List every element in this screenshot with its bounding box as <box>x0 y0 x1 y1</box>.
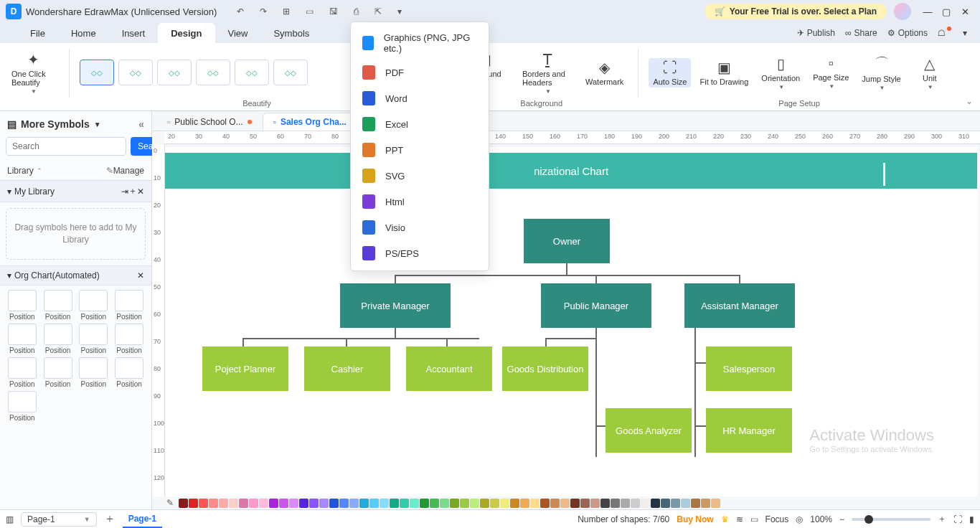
undo-icon[interactable]: ↶ <box>237 6 244 16</box>
shape-thumb[interactable]: Position <box>42 324 75 354</box>
color-swatch[interactable] <box>490 499 499 508</box>
color-swatch[interactable] <box>641 499 650 508</box>
theme-style-4[interactable]: ◇◇ <box>196 60 230 85</box>
export-pseps[interactable]: PS/EPS <box>351 240 489 266</box>
node-assistant-manager[interactable]: Assistant Manager <box>684 283 795 328</box>
edit-icon[interactable]: ✎ <box>106 166 113 176</box>
export-pdf[interactable]: PDF <box>351 60 489 85</box>
export-graphics[interactable]: Graphics (PNG, JPG etc.) <box>351 27 489 60</box>
export-svg[interactable]: SVG <box>351 163 489 189</box>
close-icon[interactable]: ✕ <box>137 187 144 197</box>
focus-button[interactable]: Focus <box>765 514 789 524</box>
color-swatch[interactable] <box>430 499 439 508</box>
auto-size-button[interactable]: ⛶Auto Size <box>649 58 691 88</box>
menu-design[interactable]: Design <box>158 23 215 43</box>
options-button[interactable]: ⚙Options <box>887 28 928 38</box>
theme-style-5[interactable]: ◇◇ <box>235 60 269 85</box>
library-label[interactable]: Library <box>7 166 34 176</box>
my-library-section[interactable]: ▾ My Library ⇥ ＋ ✕ <box>0 180 151 202</box>
shape-thumb[interactable]: Position <box>113 290 146 321</box>
color-swatch[interactable] <box>359 499 369 508</box>
zoom-out-button[interactable]: − <box>839 514 844 524</box>
color-swatch[interactable] <box>189 499 198 508</box>
page-tab-1[interactable]: Page-1 <box>123 510 162 528</box>
color-swatch[interactable] <box>500 499 509 508</box>
watermark-button[interactable]: ◈Watermark <box>581 57 628 88</box>
doc-tab-1[interactable]: ▫ Public School O... <box>156 113 263 131</box>
fullscreen-icon[interactable]: ⛶ <box>953 514 962 524</box>
shape-thumb[interactable]: Position <box>6 391 39 422</box>
canvas[interactable]: nizational Chart Owner Private Manager P… <box>165 147 977 496</box>
theme-style-6[interactable]: ◇◇ <box>273 60 308 85</box>
color-swatch[interactable] <box>570 499 580 508</box>
color-swatch[interactable] <box>289 499 298 508</box>
color-swatch[interactable] <box>661 499 670 508</box>
manage-label[interactable]: Manage <box>113 166 144 176</box>
shape-thumb[interactable]: Position <box>6 324 39 354</box>
shape-thumb[interactable]: Position <box>42 357 75 388</box>
shape-thumb[interactable]: Position <box>77 324 110 354</box>
menu-file[interactable]: File <box>17 23 58 43</box>
shape-thumb[interactable]: Position <box>6 357 39 388</box>
qat-more-icon[interactable]: ▾ <box>397 6 402 16</box>
color-swatch[interactable] <box>691 499 700 508</box>
eyedropper-icon[interactable]: ✎ <box>166 498 174 508</box>
unit-button[interactable]: △Unit▼ <box>910 54 950 92</box>
color-swatch[interactable] <box>319 499 329 508</box>
shape-thumb[interactable]: Position <box>113 324 146 354</box>
theme-style-3[interactable]: ◇◇ <box>157 60 192 85</box>
new-icon[interactable]: ⊞ <box>283 6 290 16</box>
color-swatch[interactable] <box>369 499 379 508</box>
export-icon[interactable]: ⇱ <box>374 6 382 16</box>
zoom-in-button[interactable]: ＋ <box>938 513 946 525</box>
color-swatch[interactable] <box>179 499 188 508</box>
color-swatch[interactable] <box>520 499 529 508</box>
shape-thumb[interactable]: Position <box>42 290 75 321</box>
layers-icon[interactable]: ≋ <box>736 514 743 524</box>
shape-thumb[interactable]: Position <box>77 357 110 388</box>
color-swatch[interactable] <box>711 499 720 508</box>
print-icon[interactable]: ⎙ <box>354 6 359 16</box>
node-goods-analyzer[interactable]: Goods Analyzer <box>606 408 692 453</box>
avatar[interactable] <box>894 3 911 20</box>
color-swatch[interactable] <box>249 499 258 508</box>
color-swatch[interactable] <box>510 499 519 508</box>
color-swatch[interactable] <box>380 499 389 508</box>
node-salesperson[interactable]: Salesperson <box>706 346 792 391</box>
share-button[interactable]: ∞Share <box>845 28 877 38</box>
color-swatch[interactable] <box>530 499 540 508</box>
jump-style-button[interactable]: ⌒Jump Style▼ <box>857 52 905 93</box>
zoom-slider[interactable] <box>852 518 930 521</box>
menu-view[interactable]: View <box>215 23 261 43</box>
color-swatch[interactable] <box>410 499 419 508</box>
color-swatch[interactable] <box>550 499 560 508</box>
node-hr-manager[interactable]: HR Manager <box>706 408 792 453</box>
theme-style-2[interactable]: ◇◇ <box>118 60 153 85</box>
fit-screen-icon[interactable]: ◎ <box>796 514 803 524</box>
color-swatch[interactable] <box>239 499 248 508</box>
color-swatch[interactable] <box>460 499 469 508</box>
color-swatch[interactable] <box>580 499 590 508</box>
presentation-icon[interactable]: ▭ <box>750 514 758 524</box>
sidebar-collapse-icon[interactable]: « <box>138 118 144 130</box>
library-drop-zone[interactable]: Drag symbols here to add to My Library <box>6 208 146 260</box>
menu-symbols[interactable]: Symbols <box>260 23 322 43</box>
color-swatch[interactable] <box>480 499 489 508</box>
node-owner[interactable]: Owner <box>524 219 610 263</box>
orgchart-section[interactable]: ▾ Org Chart(Automated) ✕ <box>0 265 151 286</box>
color-swatch[interactable] <box>209 499 218 508</box>
collapse-ribbon-icon[interactable]: ▾ <box>963 28 967 38</box>
buy-now-link[interactable]: Buy Now <box>677 514 713 524</box>
maximize-button[interactable]: ▢ <box>937 6 956 17</box>
color-swatch[interactable] <box>269 499 278 508</box>
node-private-manager[interactable]: Private Manager <box>340 283 451 328</box>
shape-thumb[interactable]: Position <box>6 290 39 321</box>
color-swatch[interactable] <box>299 499 308 508</box>
node-project-planner[interactable]: Poject Planner <box>202 346 288 391</box>
save-icon[interactable]: 🖫 <box>329 6 338 16</box>
color-swatch[interactable] <box>450 499 459 508</box>
open-icon[interactable]: ▭ <box>306 6 314 16</box>
menu-home[interactable]: Home <box>58 23 109 43</box>
export-html[interactable]: Html <box>351 189 489 214</box>
page-selector[interactable]: Page-1▼ <box>21 512 97 527</box>
